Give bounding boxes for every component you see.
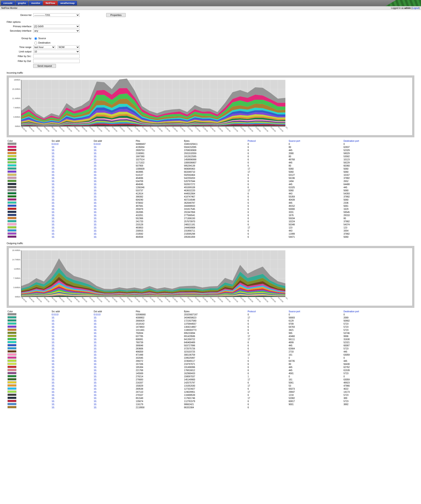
dst-addr-link[interactable]: 10. bbox=[94, 229, 97, 232]
src-addr-link[interactable]: 10. bbox=[52, 388, 55, 390]
dst-addr-link[interactable]: 10. bbox=[94, 186, 97, 189]
src-addr-link[interactable]: 10. bbox=[52, 372, 55, 375]
src-addr-link[interactable]: 10. bbox=[52, 357, 55, 359]
src-addr-link[interactable]: 10. bbox=[52, 162, 55, 164]
src-addr-link[interactable]: 10. bbox=[52, 146, 55, 148]
dst-addr-link[interactable]: 10. bbox=[94, 363, 97, 365]
src-addr-link[interactable]: 10. bbox=[52, 369, 55, 372]
dst-addr-link[interactable]: 10. bbox=[94, 152, 97, 155]
src-addr-link[interactable]: 10. bbox=[52, 229, 55, 232]
limit-output-select[interactable]: 10 bbox=[33, 50, 80, 53]
dst-addr-link[interactable]: 10. bbox=[94, 149, 97, 151]
src-addr-link[interactable]: 10. bbox=[52, 171, 55, 173]
dst-addr-link[interactable]: 0.0.0.0 bbox=[94, 313, 101, 316]
src-addr-link[interactable]: 10. bbox=[52, 180, 55, 182]
dst-addr-link[interactable]: 10. bbox=[94, 378, 97, 381]
dst-addr-link[interactable]: 10. bbox=[94, 366, 97, 368]
dst-addr-link[interactable]: 10. bbox=[94, 341, 97, 344]
dst-addr-link[interactable]: 10. bbox=[94, 217, 97, 220]
dst-addr-link[interactable]: 10. bbox=[94, 211, 97, 213]
dst-addr-link[interactable]: 10. bbox=[94, 223, 97, 226]
time-range-select[interactable]: last hour bbox=[33, 45, 55, 49]
dst-addr-link[interactable]: 10. bbox=[94, 375, 97, 378]
dst-addr-link[interactable]: 10. bbox=[94, 317, 97, 319]
src-addr-link[interactable]: 10. bbox=[52, 323, 55, 325]
dst-addr-link[interactable]: 10. bbox=[94, 183, 97, 186]
dst-addr-link[interactable]: 10. bbox=[94, 354, 97, 356]
dst-addr-link[interactable]: 10. bbox=[94, 192, 97, 195]
dst-addr-link[interactable]: 10. bbox=[94, 403, 97, 406]
src-addr-link[interactable]: 10. bbox=[52, 400, 55, 402]
dst-addr-link[interactable]: 10. bbox=[94, 397, 97, 399]
primary-if-select[interactable]: [2] Gi0/0 bbox=[33, 24, 80, 28]
device-list-select[interactable]: ————-7201 bbox=[33, 13, 80, 17]
src-addr-link[interactable]: 10. bbox=[52, 384, 55, 387]
dst-addr-link[interactable]: 10. bbox=[94, 165, 97, 167]
dst-addr-link[interactable]: 10. bbox=[94, 348, 97, 350]
dst-addr-link[interactable]: 10. bbox=[94, 214, 97, 216]
tab-weathermap[interactable]: weathermap bbox=[58, 1, 77, 5]
src-addr-link[interactable]: 10. bbox=[52, 152, 55, 155]
tab-netflow[interactable]: NetFlow bbox=[43, 1, 58, 5]
groupby-dest-radio[interactable] bbox=[34, 42, 37, 44]
src-addr-link[interactable]: 10. bbox=[52, 205, 55, 207]
dst-addr-link[interactable]: 10. bbox=[94, 372, 97, 375]
groupby-source-radio[interactable] bbox=[34, 37, 37, 40]
src-addr-link[interactable]: 10. bbox=[52, 189, 55, 192]
src-addr-link[interactable]: 10. bbox=[52, 378, 55, 381]
src-addr-link[interactable]: 10. bbox=[52, 335, 55, 337]
dst-addr-link[interactable]: 10. bbox=[94, 208, 97, 210]
secondary-if-select[interactable]: any bbox=[33, 29, 80, 32]
src-addr-link[interactable]: 10. bbox=[52, 341, 55, 344]
src-addr-link[interactable]: 10. bbox=[52, 382, 55, 384]
src-addr-link[interactable]: 10. bbox=[52, 198, 55, 201]
src-addr-link[interactable]: 10. bbox=[52, 406, 55, 409]
src-addr-link[interactable]: 10. bbox=[52, 354, 55, 356]
src-addr-link[interactable]: 0.0.0.0 bbox=[52, 313, 58, 316]
src-addr-link[interactable]: 10. bbox=[52, 348, 55, 350]
src-addr-link[interactable]: 10. bbox=[52, 320, 55, 322]
dst-addr-link[interactable]: 10. bbox=[94, 220, 97, 223]
groupby-source-label[interactable]: Source bbox=[38, 37, 49, 40]
dst-addr-link[interactable]: 10. bbox=[94, 369, 97, 372]
src-addr-link[interactable]: 10. bbox=[52, 177, 55, 179]
src-addr-link[interactable]: 10. bbox=[52, 208, 55, 210]
dst-addr-link[interactable]: 10. bbox=[94, 332, 97, 334]
groupby-dest-label[interactable]: Destination bbox=[38, 41, 53, 44]
src-addr-link[interactable]: 10. bbox=[52, 168, 55, 170]
dst-addr-link[interactable]: 10. bbox=[94, 335, 97, 337]
dst-addr-link[interactable]: 10. bbox=[94, 158, 97, 161]
src-addr-link[interactable]: 10. bbox=[52, 165, 55, 167]
src-addr-link[interactable]: 10. bbox=[52, 220, 55, 223]
src-addr-link[interactable]: 10. bbox=[52, 233, 55, 235]
src-addr-link[interactable]: 10. bbox=[52, 317, 55, 319]
src-addr-link[interactable]: 10. bbox=[52, 183, 55, 186]
src-addr-link[interactable]: 10. bbox=[52, 202, 55, 204]
src-addr-link[interactable]: 0.0.0.0 bbox=[52, 143, 58, 145]
src-addr-link[interactable]: 10. bbox=[52, 326, 55, 328]
src-addr-link[interactable]: 10. bbox=[52, 158, 55, 161]
dst-addr-link[interactable]: 10. bbox=[94, 189, 97, 192]
src-addr-link[interactable]: 10. bbox=[52, 375, 55, 378]
dst-addr-link[interactable]: 10. bbox=[94, 394, 97, 396]
src-addr-link[interactable]: 10. bbox=[52, 360, 55, 362]
src-addr-link[interactable]: 10. bbox=[52, 186, 55, 189]
dst-addr-link[interactable]: 10. bbox=[94, 205, 97, 207]
filter-src-input[interactable] bbox=[33, 54, 80, 58]
dst-addr-link[interactable]: 10. bbox=[94, 323, 97, 325]
src-addr-link[interactable]: 10. bbox=[52, 329, 55, 331]
src-addr-link[interactable]: 10. bbox=[52, 227, 55, 229]
src-addr-link[interactable]: 10. bbox=[52, 403, 55, 406]
dst-addr-link[interactable]: 10. bbox=[94, 168, 97, 170]
dst-addr-link[interactable]: 10. bbox=[94, 406, 97, 409]
src-addr-link[interactable]: 10. bbox=[52, 338, 55, 341]
src-addr-link[interactable]: 10. bbox=[52, 149, 55, 151]
src-addr-link[interactable]: 10. bbox=[52, 196, 55, 198]
dst-addr-link[interactable]: 10. bbox=[94, 162, 97, 164]
dst-addr-link[interactable]: 10. bbox=[94, 202, 97, 204]
src-addr-link[interactable]: 10. bbox=[52, 223, 55, 226]
dst-addr-link[interactable]: 10. bbox=[94, 400, 97, 402]
dst-addr-link[interactable]: 10. bbox=[94, 329, 97, 331]
src-addr-link[interactable]: 10. bbox=[52, 211, 55, 213]
time-when-select[interactable]: NOW bbox=[58, 45, 80, 49]
